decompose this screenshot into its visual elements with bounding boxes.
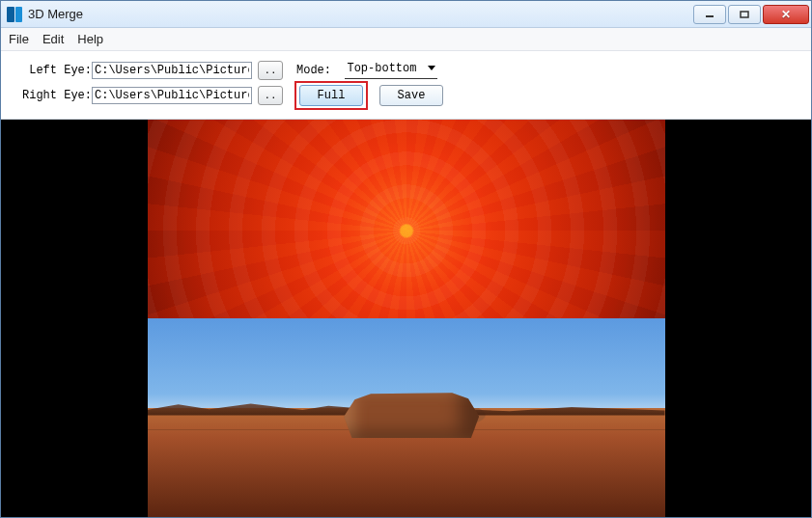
app-window: 3D Merge ✕ File Edit Help Left Eye: .. M… <box>0 0 812 518</box>
left-eye-row: Left Eye: .. Mode: Top-bottom <box>22 59 798 82</box>
menu-help[interactable]: Help <box>77 32 103 46</box>
right-eye-input[interactable] <box>92 87 252 104</box>
full-button-highlight: Full <box>294 81 368 110</box>
right-eye-browse-button[interactable]: .. <box>258 86 283 105</box>
mode-label: Mode: <box>296 64 345 77</box>
preview-top-image <box>148 120 665 318</box>
preview-bottom-image <box>148 318 665 517</box>
menu-file[interactable]: File <box>9 32 29 46</box>
save-button[interactable]: Save <box>379 85 443 106</box>
right-eye-row: Right Eye: .. Full Save <box>22 84 798 107</box>
left-eye-label: Left Eye: <box>22 64 92 77</box>
menu-edit[interactable]: Edit <box>42 32 64 46</box>
svg-rect-1 <box>741 12 748 17</box>
app-icon <box>7 7 22 22</box>
left-eye-input[interactable] <box>92 62 252 79</box>
mode-value: Top-bottom <box>345 62 437 79</box>
menubar: File Edit Help <box>1 28 811 51</box>
minimize-button[interactable] <box>693 5 726 24</box>
titlebar: 3D Merge ✕ <box>1 1 811 28</box>
right-eye-label: Right Eye: <box>22 89 92 102</box>
full-button[interactable]: Full <box>299 85 363 106</box>
mode-select[interactable]: Top-bottom <box>345 62 437 79</box>
close-button[interactable]: ✕ <box>763 5 809 24</box>
window-title: 3D Merge <box>28 7 691 21</box>
preview-stack <box>148 120 665 517</box>
preview-area <box>1 120 811 517</box>
window-controls: ✕ <box>691 5 809 24</box>
maximize-button[interactable] <box>728 5 761 24</box>
toolbar: Left Eye: .. Mode: Top-bottom Right Eye:… <box>1 51 811 120</box>
left-eye-browse-button[interactable]: .. <box>258 61 283 80</box>
